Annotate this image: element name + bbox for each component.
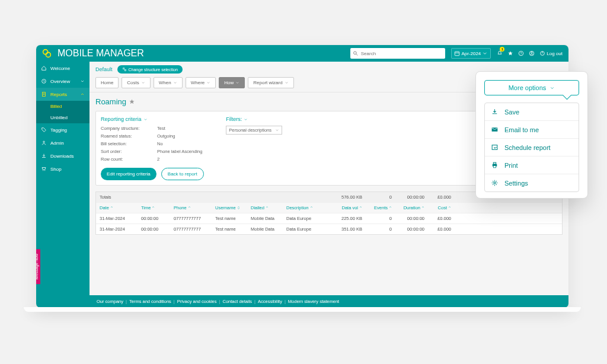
menu-item-schedule[interactable]: Schedule report bbox=[485, 139, 579, 157]
search-input[interactable] bbox=[359, 51, 443, 56]
col-phone[interactable]: Phone bbox=[170, 203, 212, 213]
more-options-button[interactable]: More options bbox=[484, 80, 579, 95]
criteria-toggle[interactable]: Reporting criteria bbox=[101, 116, 202, 122]
more-options-menu: Save Email to me Schedule report Print S… bbox=[484, 103, 579, 192]
col-username[interactable]: Username bbox=[212, 203, 247, 213]
footer: Our company| Terms and conditions| Priva… bbox=[90, 295, 568, 308]
chevron-down-icon bbox=[235, 81, 239, 85]
svg-point-9 bbox=[531, 52, 533, 54]
help-icon[interactable]: ? bbox=[518, 50, 524, 56]
col-date[interactable]: Date bbox=[96, 203, 138, 213]
sidebar-item-shop[interactable]: Shop bbox=[36, 162, 90, 175]
sort-icon bbox=[266, 206, 269, 209]
tab-where[interactable]: Where bbox=[186, 77, 216, 88]
tab-costs[interactable]: Costs bbox=[122, 77, 150, 88]
power-icon bbox=[539, 50, 545, 56]
back-to-report-button[interactable]: Back to report bbox=[161, 168, 204, 180]
cart-icon bbox=[41, 166, 47, 172]
sidebar-item-label: Welcome bbox=[50, 66, 70, 71]
tag-icon bbox=[41, 127, 47, 133]
col-dialled[interactable]: Dialled bbox=[247, 203, 283, 213]
filter-select[interactable]: Personal descriptions bbox=[226, 126, 282, 135]
svg-point-2 bbox=[354, 52, 357, 55]
footer-link[interactable]: Accessibility bbox=[258, 299, 282, 304]
svg-point-16 bbox=[43, 141, 45, 143]
sidebar-item-label: Downloads bbox=[50, 154, 74, 159]
chevron-down-icon bbox=[143, 117, 148, 122]
structure-icon bbox=[122, 67, 127, 72]
sort-icon bbox=[110, 206, 113, 209]
laptop-base bbox=[24, 307, 581, 312]
download-icon bbox=[41, 153, 47, 159]
svg-text:?: ? bbox=[520, 52, 522, 55]
sidebar-item-reports[interactable]: Reports bbox=[36, 88, 90, 101]
sort-icon bbox=[389, 206, 392, 209]
menu-item-email[interactable]: Email to me bbox=[485, 121, 579, 139]
footer-link[interactable]: Contact details bbox=[222, 299, 252, 304]
breadcrumb-default: Default bbox=[95, 66, 113, 72]
svg-line-3 bbox=[356, 54, 357, 55]
change-structure-button[interactable]: Change structure selection bbox=[117, 65, 183, 74]
sidebar-subitem-unbilled[interactable]: Unbilled bbox=[36, 112, 90, 123]
sidebar-item-downloads[interactable]: Downloads bbox=[36, 149, 90, 162]
search-box[interactable] bbox=[350, 48, 445, 59]
favourite-star-icon[interactable] bbox=[129, 98, 135, 105]
chevron-down-icon bbox=[141, 81, 145, 85]
menu-item-settings[interactable]: Settings bbox=[485, 174, 579, 191]
col-time[interactable]: Time bbox=[138, 203, 170, 213]
chevron-down-icon bbox=[80, 79, 85, 84]
tab-report-wizard[interactable]: Report wizard bbox=[248, 77, 293, 88]
col-duration[interactable]: Duration bbox=[395, 203, 428, 213]
sidebar-item-label: Reports bbox=[50, 92, 67, 97]
reports-subitems: Billed Unbilled bbox=[36, 101, 90, 123]
sidebar-item-label: Overview bbox=[50, 79, 70, 84]
sidebar-item-label: Shop bbox=[50, 167, 62, 172]
document-icon bbox=[41, 91, 47, 97]
tab-home[interactable]: Home bbox=[95, 77, 119, 88]
edit-reporting-criteria-button[interactable]: Edit reporting criteria bbox=[101, 168, 156, 180]
home-icon bbox=[41, 65, 47, 71]
col-events[interactable]: Events bbox=[366, 203, 395, 213]
brand-logo-icon bbox=[42, 49, 52, 58]
sort-icon bbox=[421, 206, 424, 209]
calendar-icon bbox=[454, 50, 460, 56]
page-title: Roaming bbox=[95, 97, 126, 106]
col-datavol[interactable]: Data vol bbox=[330, 203, 366, 213]
email-icon bbox=[491, 126, 499, 133]
footer-link[interactable]: Terms and conditions bbox=[129, 299, 171, 304]
sidebar-item-tagging[interactable]: Tagging bbox=[36, 123, 90, 136]
table-row: 31-Mar-2024 00:00:00 07777777777 Test na… bbox=[96, 213, 562, 224]
chevron-up-icon bbox=[80, 92, 85, 97]
star-icon[interactable] bbox=[507, 50, 513, 56]
col-cost[interactable]: Cost bbox=[428, 203, 455, 213]
menu-item-print[interactable]: Print bbox=[485, 157, 579, 174]
footer-link[interactable]: Modern slavery statement bbox=[288, 299, 339, 304]
sort-icon bbox=[237, 206, 240, 209]
sidebar-item-admin[interactable]: Admin bbox=[36, 136, 90, 149]
svg-rect-25 bbox=[493, 166, 496, 168]
sidebar-item-welcome[interactable]: Welcome bbox=[36, 62, 90, 75]
menu-item-save[interactable]: Save bbox=[485, 103, 579, 121]
footer-link[interactable]: Privacy and cookies bbox=[177, 299, 217, 304]
notification-bell[interactable]: 1 bbox=[497, 48, 503, 59]
col-description[interactable]: Description bbox=[283, 203, 330, 213]
date-picker[interactable]: Apr-2024 bbox=[451, 48, 491, 59]
sidebar-subitem-billed[interactable]: Billed bbox=[36, 101, 90, 112]
schedule-icon bbox=[491, 143, 499, 151]
footer-link[interactable]: Our company bbox=[97, 299, 123, 304]
svg-point-17 bbox=[43, 170, 43, 171]
tab-how[interactable]: How bbox=[219, 77, 245, 88]
svg-rect-4 bbox=[455, 52, 460, 56]
tab-when[interactable]: When bbox=[154, 77, 183, 88]
table-row: 31-Mar-2024 00:00:00 07777777777 Test na… bbox=[96, 224, 562, 234]
filters-toggle[interactable]: Filters: bbox=[226, 116, 282, 122]
svg-point-18 bbox=[44, 170, 45, 171]
sort-icon bbox=[152, 206, 155, 209]
logout-button[interactable]: Log out bbox=[539, 50, 563, 56]
sidebar-item-overview[interactable]: Overview bbox=[36, 75, 90, 88]
gear-icon bbox=[491, 179, 499, 187]
message-now-button[interactable]: Message now bbox=[36, 249, 40, 284]
svg-rect-20 bbox=[124, 69, 126, 71]
user-icon[interactable] bbox=[529, 50, 535, 56]
chevron-down-icon bbox=[173, 81, 177, 85]
